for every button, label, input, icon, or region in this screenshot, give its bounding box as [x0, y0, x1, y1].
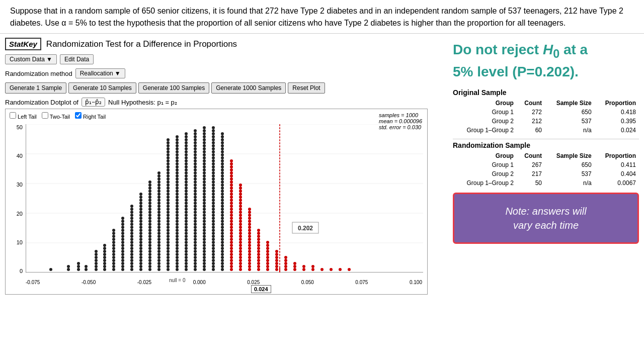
left-tail-checkbox[interactable]: [10, 112, 16, 119]
svg-point-33: [112, 262, 115, 265]
svg-point-313: [194, 256, 197, 259]
svg-point-456: [221, 256, 224, 259]
svg-point-412: [212, 244, 215, 247]
svg-point-492: [221, 147, 224, 150]
generate-1-sample-button[interactable]: Generate 1 Sample: [5, 82, 66, 94]
svg-point-429: [212, 193, 215, 196]
svg-point-252: [176, 165, 179, 168]
svg-point-363: [203, 247, 206, 250]
svg-point-358: [203, 262, 206, 265]
custom-data-button[interactable]: Custom Data ▼: [5, 54, 57, 64]
svg-point-122: [148, 235, 151, 238]
svg-point-401: [203, 132, 206, 135]
svg-point-75: [130, 232, 133, 235]
svg-point-474: [221, 202, 224, 205]
svg-point-604: [266, 253, 269, 256]
svg-point-169: [157, 184, 160, 187]
null-hypothesis-label: Null Hypothesis: p₁ = p₂: [108, 99, 177, 106]
svg-point-269: [185, 250, 188, 253]
svg-point-31: [112, 268, 115, 271]
rand-method-dropdown[interactable]: Reallocation ▼: [75, 68, 125, 78]
generate-1000-samples-button[interactable]: Generate 1000 Samples: [211, 82, 286, 94]
svg-point-208: [167, 165, 170, 168]
svg-point-61: [121, 220, 124, 223]
svg-point-10: [77, 268, 80, 271]
svg-point-198: [167, 196, 170, 199]
mean-stat: mean = 0.000096: [379, 118, 422, 124]
svg-point-598: [257, 229, 260, 232]
svg-point-203: [167, 180, 170, 184]
svg-point-172: [157, 174, 160, 177]
svg-point-191: [167, 217, 170, 220]
svg-point-117: [148, 250, 151, 253]
svg-point-27: [103, 253, 106, 256]
right-tail-checkbox-label[interactable]: Right Tail: [75, 112, 106, 120]
svg-point-400: [203, 135, 206, 138]
generate-10-samples-button[interactable]: Generate 10 Samples: [68, 82, 136, 94]
randomization-sample-section: Randomization Sample Group Count Sample …: [453, 141, 639, 188]
svg-point-177: [167, 259, 170, 262]
svg-point-126: [148, 223, 151, 226]
svg-point-506: [230, 244, 233, 247]
svg-point-408: [212, 256, 215, 259]
svg-point-472: [221, 208, 224, 211]
svg-point-287: [185, 196, 188, 199]
svg-point-262: [176, 135, 179, 138]
svg-point-418: [212, 226, 215, 229]
svg-point-192: [167, 214, 170, 217]
right-tail-checkbox[interactable]: [75, 112, 82, 119]
svg-point-409: [212, 253, 215, 256]
svg-point-325: [194, 220, 197, 223]
left-tail-checkbox-label[interactable]: Left Tail: [10, 112, 37, 120]
generate-100-samples-button[interactable]: Generate 100 Samples: [138, 82, 209, 94]
svg-point-171: [157, 177, 160, 180]
svg-point-433: [212, 180, 215, 184]
svg-point-471: [221, 211, 224, 214]
svg-point-571: [248, 247, 251, 250]
svg-point-540: [239, 253, 242, 256]
svg-point-505: [230, 247, 233, 250]
svg-point-206: [167, 171, 170, 174]
svg-point-288: [185, 193, 188, 196]
svg-point-585: [257, 268, 260, 271]
svg-point-384: [203, 184, 206, 187]
svg-point-367: [203, 235, 206, 238]
svg-point-323: [194, 226, 197, 229]
svg-point-70: [130, 247, 133, 250]
svg-point-453: [221, 265, 224, 268]
svg-point-168: [157, 187, 160, 190]
svg-point-592: [257, 247, 260, 250]
rand-method-label: Randomization method: [5, 70, 72, 77]
svg-point-88: [139, 259, 142, 262]
svg-point-481: [221, 180, 224, 184]
svg-point-378: [203, 202, 206, 205]
svg-point-413: [212, 241, 215, 244]
svg-point-268: [185, 253, 188, 256]
two-tail-checkbox[interactable]: [42, 112, 48, 119]
svg-point-135: [148, 196, 151, 199]
svg-point-410: [212, 250, 215, 253]
reset-plot-button[interactable]: Reset Plot: [288, 82, 325, 94]
svg-point-81: [130, 214, 133, 217]
svg-point-563: [239, 184, 242, 187]
two-tail-checkbox-label[interactable]: Two-Tail: [42, 112, 70, 120]
svg-point-249: [176, 174, 179, 177]
statistic-dropdown[interactable]: p̂₁−p̂₂: [82, 98, 105, 107]
svg-point-311: [194, 262, 197, 265]
svg-point-566: [248, 262, 251, 265]
edit-data-button[interactable]: Edit Data: [60, 54, 94, 64]
svg-point-277: [185, 226, 188, 229]
svg-point-41: [112, 238, 115, 241]
svg-point-346: [194, 156, 197, 159]
svg-point-232: [176, 226, 179, 229]
svg-point-230: [176, 232, 179, 235]
svg-point-601: [266, 262, 269, 265]
tail-checkboxes: Left Tail Two-Tail Right Tail: [10, 112, 106, 120]
svg-point-512: [230, 226, 233, 229]
y-axis: 50 40 30 20 10 0: [6, 124, 25, 274]
svg-point-129: [148, 214, 151, 217]
svg-point-375: [203, 211, 206, 214]
svg-point-442: [212, 153, 215, 156]
original-sample-section: Original Sample Group Count Sample Size …: [453, 88, 639, 135]
svg-point-607: [266, 244, 269, 247]
